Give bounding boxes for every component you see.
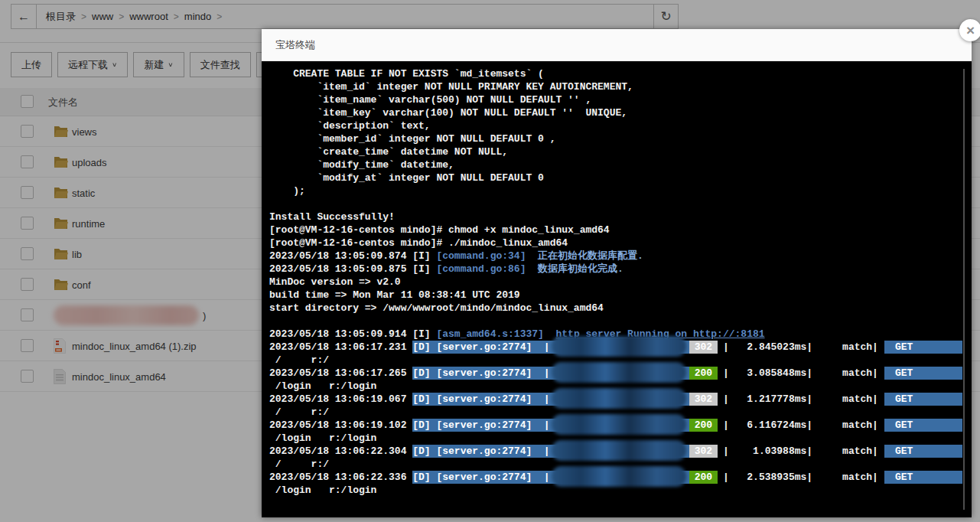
method-badge: GET <box>884 471 962 484</box>
modal-title: 宝塔终端 <box>275 38 315 52</box>
terminal-line <box>269 197 962 210</box>
log-timestamp: 2023/05/18 13:06:17.265 <box>269 367 412 380</box>
modal-header: 宝塔终端 × <box>262 29 972 61</box>
redacted-ip <box>550 479 688 480</box>
method-badge: GET <box>884 445 962 458</box>
log-message: 数据库初始化完成. <box>538 263 623 275</box>
log-message: 正在初始化数据库配置. <box>538 250 643 262</box>
terminal-line: [root@VM-12-16-centos mindo]# chmod +x m… <box>269 223 962 237</box>
redacted-ip <box>550 375 688 376</box>
log-source-highlight: [D] [server.go:2774] | <box>412 367 689 380</box>
terminal-line: [root@VM-12-16-centos mindo]# ./mindoc_l… <box>269 237 962 250</box>
status-badge: 302 <box>689 341 718 354</box>
status-badge: 302 <box>689 445 718 458</box>
log-timestamp: 2023/05/18 13:06:17.231 <box>269 341 412 354</box>
terminal-line: `item_key` varchar(100) NOT NULL DEFAULT… <box>269 106 962 119</box>
log-source: [command.go:86] <box>436 263 526 275</box>
terminal-line: `item_id` integer NOT NULL PRIMARY KEY A… <box>269 80 962 93</box>
method-badge: GET <box>884 341 962 354</box>
log-gap <box>526 263 538 275</box>
terminal-line: MinDoc version => v2.0 <box>269 276 962 289</box>
terminal-line: `modify_at` integer NOT NULL DEFAULT 0 <box>269 171 962 184</box>
terminal-request-line: 2023/05/18 13:06:17.231 [D] [server.go:2… <box>269 341 962 354</box>
terminal-line: `description` text, <box>269 119 962 132</box>
terminal-request-line: 2023/05/18 13:06:19.067 [D] [server.go:2… <box>269 393 962 406</box>
log-timestamp: 2023/05/18 13:06:22.336 <box>269 471 412 484</box>
log-source-highlight: [D] [server.go:2774] | <box>412 393 689 406</box>
log-metrics: | 3.085848ms| match| <box>723 367 878 380</box>
log-source-highlight: [D] [server.go:2774] | <box>412 471 689 484</box>
log-timestamp: 2023/05/18 13:06:19.067 <box>269 393 412 406</box>
status-badge: 200 <box>689 419 718 432</box>
log-gap <box>526 250 538 262</box>
status-badge: 200 <box>689 367 718 380</box>
terminal-output[interactable]: CREATE TABLE IF NOT EXISTS `md_itemsets`… <box>262 61 972 517</box>
close-icon: × <box>966 22 975 39</box>
log-metrics: | 2.845023ms| match| <box>723 341 878 354</box>
log-source-highlight: [D] [server.go:2774] | <box>412 445 689 458</box>
method-badge: GET <box>884 367 962 380</box>
log-timestamp: 2023/05/18 13:05:09.914 [I] <box>269 328 436 340</box>
log-timestamp: 2023/05/18 13:05:09.875 [I] <box>269 263 436 275</box>
log-timestamp: 2023/05/18 13:05:09.874 [I] <box>269 250 436 262</box>
log-source: [command.go:34] <box>436 250 526 262</box>
log-metrics: | 1.03988ms| match| <box>723 445 878 458</box>
terminal-lines: CREATE TABLE IF NOT EXISTS `md_itemsets`… <box>269 67 962 497</box>
log-timestamp: 2023/05/18 13:06:19.102 <box>269 419 412 432</box>
terminal-line: Install Successfully! <box>269 210 962 223</box>
log-metrics: | 6.116724ms| match| <box>723 419 878 432</box>
terminal-request-line: 2023/05/18 13:06:22.336 [D] [server.go:2… <box>269 471 962 484</box>
terminal-request-line: 2023/05/18 13:06:17.265 [D] [server.go:2… <box>269 367 962 380</box>
terminal-line: `item_name` varchar(500) NOT NULL DEFAUL… <box>269 93 962 106</box>
close-button[interactable]: × <box>959 19 980 41</box>
terminal-line: ); <box>269 184 962 197</box>
redacted-ip <box>550 401 688 402</box>
log-metrics: | 2.538935ms| match| <box>723 471 878 484</box>
log-source: [asm_amd64.s:1337] <box>436 328 543 340</box>
log-timestamp: 2023/05/18 13:06:22.304 <box>269 445 412 458</box>
redacted-ip <box>550 453 688 454</box>
status-badge: 200 <box>689 471 718 484</box>
terminal-line: `member_id` integer NOT NULL DEFAULT 0 , <box>269 132 962 145</box>
log-metrics: | 1.217778ms| match| <box>723 393 878 406</box>
terminal-line: build time => Mon Mar 11 08:38:41 UTC 20… <box>269 289 962 302</box>
log-source-highlight: [D] [server.go:2774] | <box>412 341 689 354</box>
status-badge: 302 <box>689 393 718 406</box>
log-source-highlight: [D] [server.go:2774] | <box>412 419 689 432</box>
terminal-line: start directory => /www/wwwroot/mindo/mi… <box>269 302 962 315</box>
terminal-line: 2023/05/18 13:05:09.874 [I] [command.go:… <box>269 250 962 263</box>
terminal-modal: 宝塔终端 × CREATE TABLE IF NOT EXISTS `md_it… <box>262 29 972 517</box>
method-badge: GET <box>884 393 962 406</box>
terminal-line: `create_time` datetime NOT NULL, <box>269 145 962 158</box>
terminal-line: 2023/05/18 13:05:09.875 [I] [command.go:… <box>269 263 962 276</box>
method-badge: GET <box>884 419 962 432</box>
terminal-line <box>269 315 962 328</box>
redacted-ip <box>550 349 688 350</box>
terminal-request-line: 2023/05/18 13:06:22.304 [D] [server.go:2… <box>269 445 962 458</box>
terminal-line: `modify_time` datetime, <box>269 158 962 171</box>
terminal-request-line: 2023/05/18 13:06:19.102 [D] [server.go:2… <box>269 419 962 432</box>
redacted-ip <box>550 427 688 428</box>
terminal-line: CREATE TABLE IF NOT EXISTS `md_itemsets`… <box>269 67 962 80</box>
terminal-scrollbar[interactable] <box>963 69 965 510</box>
